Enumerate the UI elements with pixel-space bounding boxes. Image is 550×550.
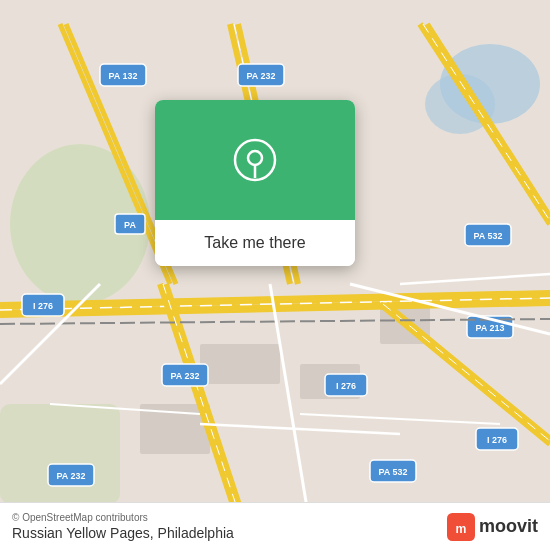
svg-text:PA 532: PA 532 (473, 231, 502, 241)
svg-text:PA 132: PA 132 (108, 71, 137, 81)
svg-point-32 (248, 151, 262, 165)
moovit-icon: m (447, 513, 475, 541)
map-pin-icon (233, 138, 277, 182)
map-container: I 276 PA 232 PA 132 PA PA 532 PA 213 (0, 0, 550, 550)
moovit-text: moovit (479, 516, 538, 537)
bottom-bar-info: © OpenStreetMap contributors Russian Yel… (12, 512, 234, 541)
svg-text:PA 213: PA 213 (475, 323, 504, 333)
location-name: Russian Yellow Pages, Philadelphia (12, 525, 234, 541)
svg-text:PA 232: PA 232 (56, 471, 85, 481)
moovit-logo: m moovit (447, 513, 538, 541)
svg-text:I 276: I 276 (336, 381, 356, 391)
bottom-bar: © OpenStreetMap contributors Russian Yel… (0, 502, 550, 550)
svg-text:I 276: I 276 (33, 301, 53, 311)
svg-rect-2 (0, 404, 120, 504)
svg-rect-5 (200, 344, 280, 384)
svg-text:I 276: I 276 (487, 435, 507, 445)
svg-text:m: m (456, 522, 467, 536)
take-me-there-button[interactable]: Take me there (155, 220, 355, 266)
svg-text:PA 532: PA 532 (378, 467, 407, 477)
map-background: I 276 PA 232 PA 132 PA PA 532 PA 213 (0, 0, 550, 550)
location-popup: Take me there (155, 100, 355, 266)
svg-text:PA 232: PA 232 (170, 371, 199, 381)
svg-text:PA: PA (124, 220, 136, 230)
svg-text:PA 232: PA 232 (246, 71, 275, 81)
popup-header (155, 100, 355, 220)
copyright-text: © OpenStreetMap contributors (12, 512, 234, 523)
